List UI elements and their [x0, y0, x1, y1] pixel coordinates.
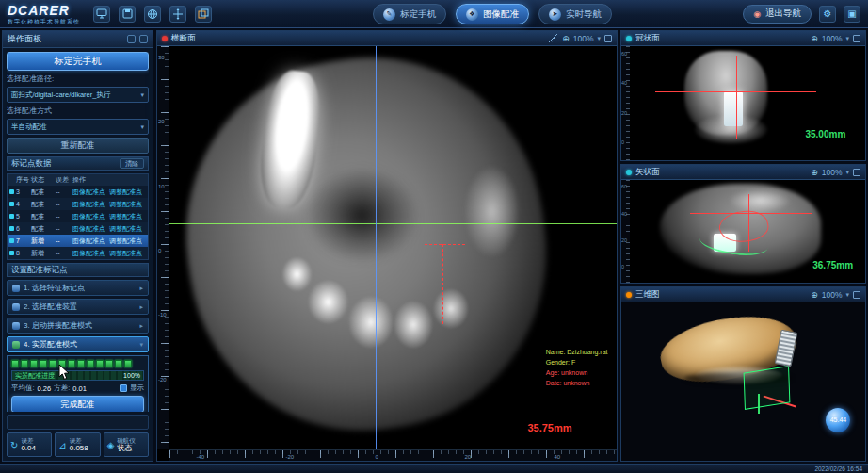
marker-row[interactable]: 6 配准 -- 图像配准点调整配准点 [8, 222, 148, 235]
adjust-point-link[interactable]: 调整配准点 [109, 212, 142, 221]
clock-text: 2022/02/26 16:54 [814, 465, 862, 472]
step-live-registration-mode[interactable]: 4. 实景配准模式 ▾ [7, 336, 149, 352]
operation-panel-body: 标定完手机 选择配准路径: 面扫式/digital-care/dlkarer_执… [3, 48, 153, 461]
measure-ruler-icon[interactable] [548, 33, 558, 43]
registration-method-select[interactable]: 半自动配准 ▾ [7, 119, 149, 135]
chevron-down-icon: ▾ [140, 123, 144, 131]
view-dot-icon [626, 36, 632, 41]
error-status-box-2[interactable]: ⊿ 误差 0.058 [55, 432, 100, 457]
show-label: 显示 [130, 383, 144, 393]
inactive-action-button[interactable] [7, 415, 149, 430]
marker-icon [9, 189, 14, 194]
globe-icon[interactable] [144, 6, 161, 23]
chevron-down-icon[interactable]: ▾ [845, 35, 849, 42]
marker-table-header: 序号 状态 误差 操作 [8, 174, 148, 186]
axial-view-body[interactable]: 30 20 10 0 -10 -20 -40 -20 0 20 40 [157, 46, 617, 461]
axial-crosshair-vertical[interactable] [376, 46, 377, 449]
step-select-registration-device[interactable]: 2. 选择配准装置 ▸ [7, 299, 149, 315]
zoom-icon[interactable]: ⊕ [811, 34, 818, 43]
measurement-line [425, 244, 465, 245]
axial-ct-image[interactable]: Name: Dzizhuang.rat Gender: F Age: unkno… [169, 46, 617, 449]
tracker-icon: ◈ [107, 440, 115, 450]
fullscreen-icon[interactable] [853, 169, 860, 176]
zoom-icon[interactable]: ⊕ [562, 34, 570, 43]
marker-row[interactable]: 8 新增 -- 图像配准点调整配准点 [8, 247, 148, 259]
progress-percent: 100% [123, 372, 140, 379]
zoom-level[interactable]: 100% [822, 290, 843, 300]
step-icon [12, 303, 20, 311]
step-start-stitch-registration[interactable]: 3. 启动拼接配准模式 ▸ [7, 318, 149, 334]
tab-calibrate-handpiece[interactable]: ✎ 标定手机 [373, 4, 446, 24]
pin-icon[interactable] [127, 35, 136, 43]
navigation-icon: ➤ [549, 8, 561, 21]
window-icon[interactable]: ▣ [844, 6, 860, 23]
chevron-down-icon[interactable]: ▾ [597, 35, 601, 42]
marker-icon [9, 202, 14, 206]
fullscreen-icon[interactable] [853, 35, 860, 42]
select-point-link[interactable]: 图像配准点 [72, 188, 105, 197]
re-register-button[interactable]: 重新配准 [7, 138, 149, 154]
sagittal-view-body[interactable]: 60 40 20 0 36.75mm [621, 180, 865, 283]
coronal-view-body[interactable]: 60 40 20 0 35.00mm [621, 46, 865, 160]
tab-image-registration[interactable]: ❖ 图像配准 [456, 4, 529, 24]
magnetic-tracker-status-box[interactable]: ◈ 磁航仪 状态 [104, 432, 149, 457]
select-point-link[interactable]: 图像配准点 [72, 224, 105, 234]
chevron-down-icon[interactable]: ▾ [845, 291, 849, 299]
fullscreen-icon[interactable] [853, 291, 860, 299]
registration-progress-bar: 实景配准进度 100% [11, 370, 144, 381]
marker-row-selected[interactable]: 7 新增 -- 图像配准点调整配准点 [8, 235, 148, 247]
error-status-box-1[interactable]: ↻ 误差 0.04 [7, 432, 52, 457]
adjust-point-link[interactable]: 调整配准点 [109, 236, 142, 246]
zoom-level[interactable]: 100% [573, 34, 594, 43]
right-view-column: 冠状面 ⊕ 100% ▾ 60 40 20 0 [620, 30, 866, 462]
calibrate-handpiece-button[interactable]: 标定完手机 [7, 52, 149, 71]
horizontal-ruler: -40 -20 0 20 40 [169, 449, 617, 461]
monitor-icon[interactable] [93, 6, 110, 23]
coronal-measure-value: 35.00mm [805, 129, 845, 139]
registration-path-value: 面扫式/digital-care/dlkarer_执行 [11, 90, 110, 100]
marker-icon [9, 226, 14, 231]
zoom-level[interactable]: 100% [822, 168, 843, 177]
adjust-point-link[interactable]: 调整配准点 [109, 249, 142, 258]
measurement-line [442, 244, 443, 325]
select-point-link[interactable]: 图像配准点 [72, 200, 105, 209]
save-icon[interactable] [119, 6, 136, 23]
adjust-point-link[interactable]: 调整配准点 [109, 188, 142, 197]
clear-markers-button[interactable]: 清除 [120, 158, 144, 169]
move-icon[interactable] [169, 6, 186, 23]
adjust-point-link[interactable]: 调整配准点 [109, 224, 142, 234]
finish-registration-button[interactable]: 完成配准 [11, 396, 144, 412]
status-bar: 2022/02/26 16:54 [0, 464, 868, 473]
zoom-level[interactable]: 100% [822, 34, 843, 43]
marker-row[interactable]: 3 配准 -- 图像配准点调整配准点 [8, 186, 148, 198]
select-point-link[interactable]: 图像配准点 [72, 236, 105, 246]
tab-label: 标定手机 [400, 8, 436, 21]
tab-realtime-navigation[interactable]: ➤ 实时导航 [538, 4, 612, 24]
show-checkbox[interactable] [120, 384, 127, 392]
view-dot-icon [626, 170, 632, 175]
collapse-icon[interactable] [139, 35, 148, 43]
zoom-icon[interactable]: ⊕ [811, 168, 818, 177]
axial-crosshair-horizontal[interactable] [169, 223, 617, 224]
registration-path-select[interactable]: 面扫式/digital-care/dlkarer_执行 ▾ [7, 87, 149, 103]
app-window: DCARER 数字化种植手术导航系统 ✎ 标定手机 ❖ 图像配准 ➤ 实时导航 [0, 0, 868, 473]
marker-row[interactable]: 4 配准 -- 图像配准点调整配准点 [8, 198, 148, 210]
zoom-icon[interactable]: ⊕ [811, 290, 818, 300]
fullscreen-icon[interactable] [604, 35, 612, 42]
axial-measure-value: 35.75mm [527, 422, 571, 433]
vertical-ruler: 60 40 20 0 [621, 46, 630, 160]
step-select-feature-markers[interactable]: 1. 选择特征标记点 ▸ [7, 280, 149, 296]
settings-icon[interactable]: ⚙ [819, 6, 836, 23]
cube-icon[interactable] [195, 6, 212, 23]
topbar-right: ◉ 退出导航 ⚙ ▣ [743, 5, 860, 24]
select-point-link[interactable]: 图像配准点 [72, 212, 105, 221]
adjust-point-link[interactable]: 调整配准点 [109, 200, 142, 209]
sagittal-measure-value: 36.75mm [812, 260, 853, 270]
marker-row[interactable]: 5 配准 -- 图像配准点调整配准点 [8, 210, 148, 222]
volume-3d-title: 三维图 [635, 289, 660, 301]
tracking-ball-indicator[interactable]: 45.44 [826, 408, 850, 432]
chevron-down-icon[interactable]: ▾ [845, 169, 849, 176]
volume-3d-body[interactable]: 45.44 [621, 302, 865, 461]
exit-navigation-button[interactable]: ◉ 退出导航 [743, 5, 812, 24]
select-point-link[interactable]: 图像配准点 [72, 249, 105, 258]
